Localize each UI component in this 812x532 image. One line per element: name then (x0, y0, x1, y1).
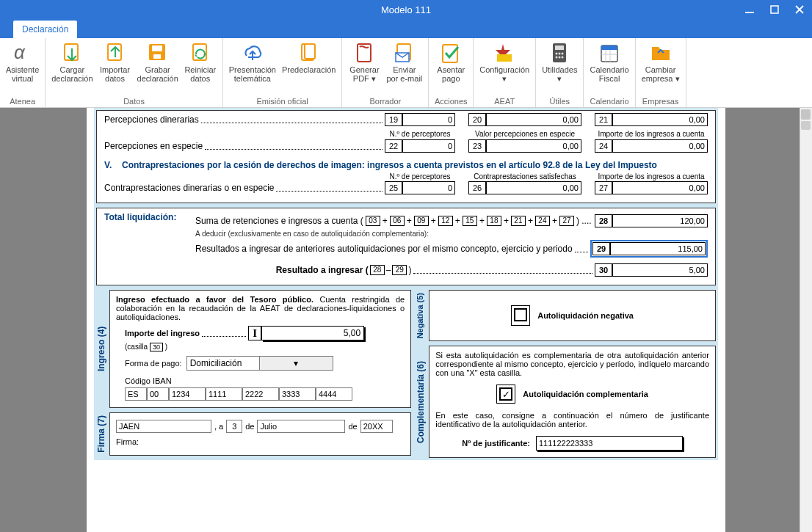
page-area: Percepciones dinerarias 190 200,00 210,0… (0, 108, 812, 532)
chevron-down-icon[interactable]: ▾ (259, 357, 333, 370)
side-firma: Firma (7) (96, 412, 109, 456)
box-val[interactable]: 0,00 (486, 113, 581, 126)
svg-point-22 (559, 53, 561, 55)
firma-year[interactable]: 20XX (360, 420, 393, 433)
save-icon (146, 41, 170, 65)
forma-pago-dropdown[interactable]: Domiciliación ▾ (186, 356, 333, 371)
pre-icon (297, 41, 321, 65)
titlebar: Modelo 111 (0, 0, 812, 19)
svg-point-24 (556, 57, 558, 59)
cal-icon (598, 41, 621, 65)
check-icon (439, 41, 463, 65)
close-button[interactable] (787, 0, 812, 19)
ribbon-asentar[interactable]: Asentarpago (432, 40, 470, 84)
folder-icon (649, 41, 673, 65)
importe-mark: I (248, 326, 261, 340)
pdf-icon (352, 41, 376, 65)
minimize-button[interactable] (737, 0, 762, 19)
form-page: Percepciones dinerarias 190 200,00 210,0… (87, 108, 725, 532)
ribbon-presentación[interactable]: Presentacióntelemática (226, 40, 279, 84)
gear-icon (493, 41, 516, 65)
side-ingreso: Ingreso (4) (96, 290, 109, 408)
side-complementaria: Complementaria (6) (416, 346, 429, 458)
row-label: Percepciones dinerarias (104, 114, 199, 125)
firma-month[interactable]: Julio (257, 420, 345, 433)
reset-icon (189, 41, 212, 65)
box-num: 21 (595, 113, 612, 126)
ribbon-utilidades[interactable]: Utilidades▾ (539, 40, 580, 84)
ribbon-calendario[interactable]: CalendarioFiscal (587, 40, 631, 84)
box-num: 19 (385, 113, 402, 126)
ribbon-grabar[interactable]: Grabardeclaración (134, 40, 181, 84)
importe-value[interactable]: 5,00 (261, 326, 364, 340)
tab-declaracion[interactable]: Declaración (13, 21, 77, 38)
iban-seg-4[interactable]: 2222 (242, 387, 279, 401)
scroll-up-icon[interactable] (801, 109, 811, 120)
ribbon-predeclaración[interactable]: Predeclaración (279, 40, 338, 84)
row-label: Percepciones en especie (104, 141, 203, 151)
window-title: Modelo 111 (381, 4, 431, 15)
iban-seg-6[interactable]: 4444 (316, 387, 352, 401)
ingreso-panel: Ingreso efectuado a favor del Tesoro púb… (109, 290, 411, 408)
svg-rect-13 (305, 44, 315, 59)
box-num: 20 (468, 113, 486, 126)
mail-icon (393, 41, 416, 65)
load-icon (60, 41, 84, 65)
svg-rect-18 (497, 54, 512, 62)
alpha-icon: α (11, 41, 35, 65)
ribbon-enviar[interactable]: Enviarpor e-mail (383, 40, 425, 84)
import-icon (104, 41, 127, 65)
cloud-icon (241, 41, 264, 65)
iban-row: ES0012341111222233334444 (116, 387, 405, 401)
ribbon-tabstrip: Declaración (0, 19, 812, 38)
box-val[interactable]: 0,00 (612, 113, 708, 126)
svg-text:α: α (14, 41, 26, 63)
ribbon: αAsistentevirtualAteneaCargardeclaración… (0, 38, 812, 108)
complementaria-checkbox[interactable]: ✓ (496, 385, 515, 404)
negativa-panel: Autoliquidación negativa (429, 290, 716, 341)
ribbon-generar[interactable]: GenerarPDF ▾ (345, 40, 383, 84)
maximize-button[interactable] (762, 0, 787, 19)
ribbon-importar[interactable]: Importardatos (96, 40, 134, 84)
total-liquidacion-panel: Total liquidación: Suma de retenciones e… (96, 208, 716, 285)
iban-seg-1[interactable]: 00 (147, 387, 169, 401)
ribbon-configuración[interactable]: Configuración▾ (476, 40, 532, 84)
sum-boxes: 03+06+09+12+15+18+21+24+27 (366, 216, 574, 226)
svg-point-21 (556, 53, 558, 55)
svg-rect-0 (745, 12, 754, 13)
ribbon-asistente[interactable]: αAsistentevirtual (3, 40, 42, 84)
negativa-checkbox[interactable] (511, 305, 530, 326)
ribbon-reiniciar[interactable]: Reiniciardatos (181, 40, 220, 84)
svg-point-25 (559, 57, 561, 59)
box-val[interactable]: 0 (402, 113, 455, 126)
iban-seg-2[interactable]: 1234 (169, 387, 206, 401)
firma-place[interactable]: JAEN (116, 420, 211, 433)
svg-rect-20 (555, 45, 564, 50)
scrollbar[interactable] (800, 108, 812, 532)
side-negativa: Negativa (5) (416, 290, 429, 341)
ribbon-cambiar[interactable]: Cambiarempresa ▾ (639, 40, 683, 84)
ribbon-cargar[interactable]: Cargardeclaración (48, 40, 95, 84)
iban-seg-0[interactable]: ES (125, 387, 147, 401)
iban-seg-3[interactable]: 1111 (206, 387, 242, 401)
firma-day[interactable]: 3 (226, 420, 242, 433)
svg-point-26 (562, 57, 564, 59)
scroll-thumb[interactable] (801, 121, 811, 130)
calc-icon (548, 41, 571, 65)
svg-point-23 (562, 53, 564, 55)
highlighted-box-29: 29115,00 (590, 240, 708, 258)
svg-rect-28 (601, 45, 617, 50)
svg-rect-8 (152, 45, 162, 51)
svg-rect-1 (771, 6, 778, 13)
iban-seg-5[interactable]: 3333 (279, 387, 316, 401)
svg-rect-9 (153, 54, 161, 59)
justificante-input[interactable]: 111122223333 (536, 436, 683, 451)
section-iv-panel: Percepciones dinerarias 190 200,00 210,0… (96, 110, 716, 203)
firma-panel: JAEN , a 3 de Julio de 20XX Firma: (109, 412, 411, 456)
complementaria-panel: Si esta autoliquidación es complementari… (429, 346, 716, 458)
